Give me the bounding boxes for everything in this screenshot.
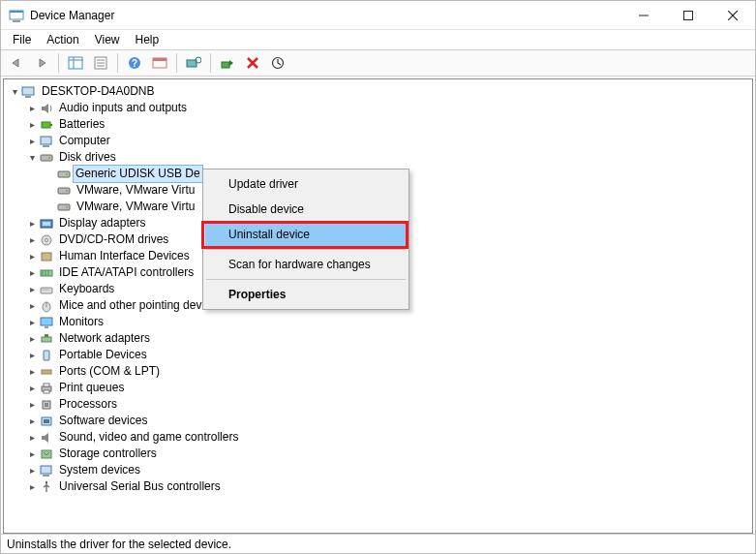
svg-rect-26 <box>42 122 50 128</box>
tree-label: VMware, VMware Virtu <box>76 182 196 199</box>
update-driver-button[interactable] <box>216 52 239 74</box>
tree-category-disk[interactable]: Disk drives <box>4 149 752 166</box>
svg-rect-28 <box>41 137 51 144</box>
monitor-icon <box>39 315 54 330</box>
disk-icon <box>39 150 54 166</box>
expander-icon <box>43 200 56 214</box>
tree-root[interactable]: DESKTOP-D4A0DNB <box>4 83 752 100</box>
expander-icon[interactable] <box>25 431 39 445</box>
help-button[interactable]: ? <box>123 52 146 74</box>
svg-point-62 <box>48 371 49 372</box>
close-button[interactable] <box>711 1 755 30</box>
tree-category-audio[interactable]: Audio inputs and outputs <box>4 100 752 116</box>
expander-icon[interactable] <box>25 283 39 296</box>
expander-icon[interactable] <box>25 233 39 247</box>
cm-scan-hardware[interactable]: Scan for hardware changes <box>205 252 407 277</box>
tree-category-storage[interactable]: Storage controllers <box>4 446 752 462</box>
expander-icon[interactable] <box>25 266 39 280</box>
svg-rect-32 <box>58 171 70 177</box>
tree-category-printq[interactable]: Print queues <box>4 380 752 396</box>
tree-label: System devices <box>58 462 141 478</box>
properties-button[interactable] <box>89 52 112 74</box>
tree-label: Universal Serial Bus controllers <box>58 478 222 495</box>
tree-category-computer[interactable]: Computer <box>4 133 752 149</box>
status-bar: Uninstalls the driver for the selected d… <box>1 534 755 553</box>
svg-point-37 <box>66 206 68 208</box>
menu-view[interactable]: View <box>87 31 128 48</box>
expander-icon[interactable] <box>25 102 39 115</box>
expander-icon[interactable] <box>25 349 39 362</box>
svg-point-73 <box>45 480 47 482</box>
tree-label: Portable Devices <box>58 347 148 363</box>
tree-category-usb[interactable]: Universal Serial Bus controllers <box>4 478 752 495</box>
disk-icon <box>56 183 72 199</box>
tree-label: Processors <box>58 396 118 413</box>
svg-rect-57 <box>45 334 48 337</box>
tree-label: Generic UDISK USB De <box>73 165 203 183</box>
expander-icon[interactable] <box>25 299 39 313</box>
cm-uninstall-device[interactable]: Uninstall device <box>205 222 407 247</box>
tree-label: DVD/CD-ROM drives <box>58 231 169 248</box>
storage-icon <box>39 446 54 462</box>
software-icon <box>39 414 54 429</box>
menu-help[interactable]: Help <box>128 31 167 48</box>
cm-update-driver[interactable]: Update driver <box>205 171 407 197</box>
expander-icon[interactable] <box>25 250 39 263</box>
app-icon <box>9 8 24 23</box>
uninstall-button[interactable] <box>241 52 264 74</box>
back-button[interactable] <box>5 52 28 74</box>
system-icon <box>39 463 54 478</box>
expander-icon[interactable] <box>25 464 39 477</box>
expander-icon[interactable] <box>25 365 39 379</box>
expander-icon[interactable] <box>25 151 39 165</box>
menu-action[interactable]: Action <box>39 31 86 48</box>
tree-category-monitors[interactable]: Monitors <box>4 314 752 330</box>
svg-rect-20 <box>222 62 229 68</box>
tree-category-system[interactable]: System devices <box>4 462 752 478</box>
show-hide-tree-button[interactable] <box>64 52 87 74</box>
scan-hardware-button[interactable] <box>182 52 205 74</box>
cm-disable-device[interactable]: Disable device <box>205 197 407 222</box>
battery-icon <box>39 117 54 133</box>
svg-rect-55 <box>45 326 48 328</box>
disable-button[interactable] <box>266 52 289 74</box>
menu-file[interactable]: File <box>5 31 39 48</box>
cm-separator <box>206 249 406 250</box>
forward-button[interactable] <box>30 52 53 74</box>
cm-separator <box>206 279 406 280</box>
expander-icon[interactable] <box>25 135 39 148</box>
maximize-button[interactable] <box>666 1 711 30</box>
expander-icon[interactable] <box>25 415 39 428</box>
expander-icon[interactable] <box>25 316 39 329</box>
expander-icon[interactable] <box>25 217 39 231</box>
minimize-button[interactable] <box>621 1 666 30</box>
svg-point-51 <box>48 289 49 290</box>
svg-rect-17 <box>153 58 166 61</box>
tree-label: Network adapters <box>58 330 151 347</box>
tree-label: Human Interface Devices <box>58 248 191 264</box>
tree-category-sound[interactable]: Sound, video and game controllers <box>4 429 752 446</box>
action-icon[interactable] <box>148 52 171 74</box>
svg-rect-70 <box>42 450 51 458</box>
tree-category-batteries[interactable]: Batteries <box>4 116 752 133</box>
disk-icon <box>56 200 72 215</box>
keyboard-icon <box>39 282 54 297</box>
expander-icon[interactable] <box>25 382 39 395</box>
tree-label: Mice and other pointing devices <box>58 297 224 314</box>
expander-icon[interactable] <box>25 332 39 346</box>
expander-icon[interactable] <box>8 85 21 99</box>
tree-category-ports[interactable]: Ports (COM & LPT) <box>4 363 752 380</box>
tree-category-software[interactable]: Software devices <box>4 413 752 429</box>
svg-rect-72 <box>43 475 49 477</box>
tree-category-network[interactable]: Network adapters <box>4 330 752 347</box>
tree-category-processors[interactable]: Processors <box>4 396 752 413</box>
svg-point-48 <box>43 289 44 290</box>
cm-properties[interactable]: Properties <box>205 282 407 307</box>
svg-point-35 <box>66 190 68 192</box>
expander-icon[interactable] <box>25 447 39 461</box>
port-icon <box>39 364 54 380</box>
tree-category-portable[interactable]: Portable Devices <box>4 347 752 363</box>
expander-icon[interactable] <box>25 480 39 494</box>
expander-icon[interactable] <box>25 398 39 412</box>
expander-icon[interactable] <box>25 118 39 132</box>
